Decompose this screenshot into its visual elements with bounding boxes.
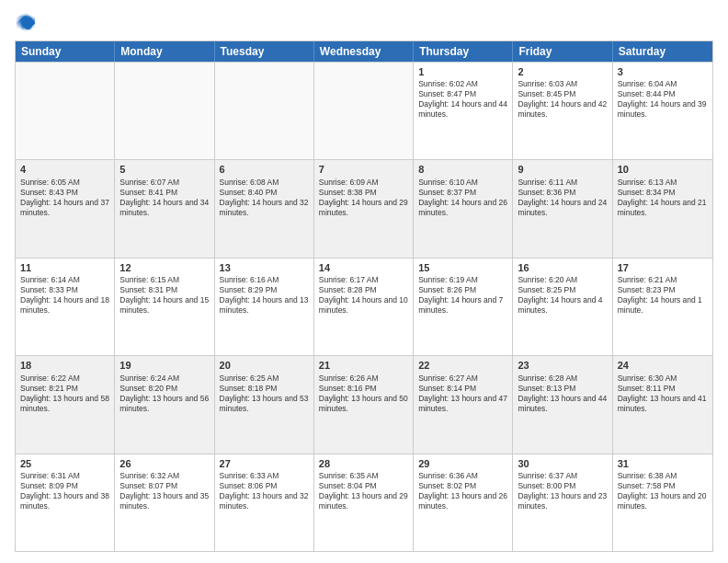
date-info: Sunrise: 6:36 AM Sunset: 8:02 PM Dayligh…	[418, 471, 507, 511]
day-header-saturday: Saturday	[613, 41, 712, 62]
calendar-body: 1Sunrise: 6:02 AM Sunset: 8:47 PM Daylig…	[16, 62, 712, 551]
date-number: 29	[418, 457, 507, 470]
date-info: Sunrise: 6:28 AM Sunset: 8:13 PM Dayligh…	[518, 373, 607, 414]
date-number: 10	[618, 163, 708, 176]
date-number: 25	[20, 457, 109, 470]
date-info: Sunrise: 6:04 AM Sunset: 8:44 PM Dayligh…	[618, 79, 708, 120]
date-number: 12	[119, 261, 209, 274]
date-info: Sunrise: 6:25 AM Sunset: 8:18 PM Dayligh…	[220, 373, 309, 414]
date-info: Sunrise: 6:22 AM Sunset: 8:21 PM Dayligh…	[20, 373, 109, 414]
header	[15, 11, 713, 33]
calendar-row-4: 25Sunrise: 6:31 AM Sunset: 8:09 PM Dayli…	[16, 454, 712, 551]
calendar-cell: 10Sunrise: 6:13 AM Sunset: 8:34 PM Dayli…	[613, 160, 712, 257]
calendar-cell: 29Sunrise: 6:36 AM Sunset: 8:02 PM Dayli…	[414, 454, 513, 551]
date-info: Sunrise: 6:37 AM Sunset: 8:00 PM Dayligh…	[518, 471, 607, 511]
logo	[15, 11, 40, 33]
date-info: Sunrise: 6:21 AM Sunset: 8:23 PM Dayligh…	[618, 275, 708, 316]
calendar-cell: 8Sunrise: 6:10 AM Sunset: 8:37 PM Daylig…	[414, 160, 513, 257]
calendar-cell: 3Sunrise: 6:04 AM Sunset: 8:44 PM Daylig…	[613, 63, 712, 159]
calendar-cell	[215, 63, 314, 159]
date-number: 23	[518, 359, 607, 372]
calendar-cell: 13Sunrise: 6:16 AM Sunset: 8:29 PM Dayli…	[215, 259, 314, 355]
calendar-row-3: 18Sunrise: 6:22 AM Sunset: 8:21 PM Dayli…	[16, 355, 712, 453]
calendar-cell: 27Sunrise: 6:33 AM Sunset: 8:06 PM Dayli…	[215, 454, 314, 551]
day-header-tuesday: Tuesday	[215, 41, 314, 62]
calendar-cell: 16Sunrise: 6:20 AM Sunset: 8:25 PM Dayli…	[513, 259, 612, 355]
date-number: 13	[220, 261, 309, 274]
date-info: Sunrise: 6:26 AM Sunset: 8:16 PM Dayligh…	[319, 373, 408, 414]
calendar-cell: 24Sunrise: 6:30 AM Sunset: 8:11 PM Dayli…	[613, 356, 712, 453]
date-info: Sunrise: 6:30 AM Sunset: 8:11 PM Dayligh…	[618, 373, 708, 414]
calendar-cell: 23Sunrise: 6:28 AM Sunset: 8:13 PM Dayli…	[513, 356, 612, 453]
date-info: Sunrise: 6:31 AM Sunset: 8:09 PM Dayligh…	[20, 471, 109, 511]
calendar-cell: 5Sunrise: 6:07 AM Sunset: 8:41 PM Daylig…	[115, 160, 214, 257]
calendar-cell: 28Sunrise: 6:35 AM Sunset: 8:04 PM Dayli…	[314, 454, 414, 551]
calendar-cell: 2Sunrise: 6:03 AM Sunset: 8:45 PM Daylig…	[513, 63, 612, 159]
date-info: Sunrise: 6:17 AM Sunset: 8:28 PM Dayligh…	[319, 275, 408, 316]
date-number: 21	[319, 359, 408, 372]
date-number: 15	[418, 261, 507, 274]
calendar-cell: 7Sunrise: 6:09 AM Sunset: 8:38 PM Daylig…	[314, 160, 414, 257]
date-info: Sunrise: 6:24 AM Sunset: 8:20 PM Dayligh…	[119, 373, 209, 414]
calendar-row-1: 4Sunrise: 6:05 AM Sunset: 8:43 PM Daylig…	[16, 159, 712, 257]
calendar-cell: 12Sunrise: 6:15 AM Sunset: 8:31 PM Dayli…	[115, 259, 214, 355]
calendar-cell: 20Sunrise: 6:25 AM Sunset: 8:18 PM Dayli…	[215, 356, 314, 453]
date-info: Sunrise: 6:32 AM Sunset: 8:07 PM Dayligh…	[119, 471, 209, 511]
calendar-row-2: 11Sunrise: 6:14 AM Sunset: 8:33 PM Dayli…	[16, 258, 712, 355]
date-number: 17	[618, 261, 708, 274]
date-number: 3	[618, 65, 708, 78]
date-info: Sunrise: 6:07 AM Sunset: 8:41 PM Dayligh…	[119, 178, 209, 218]
date-info: Sunrise: 6:27 AM Sunset: 8:14 PM Dayligh…	[418, 373, 507, 414]
day-header-sunday: Sunday	[16, 41, 115, 62]
page: SundayMondayTuesdayWednesdayThursdayFrid…	[0, 0, 728, 563]
date-number: 16	[518, 261, 607, 274]
date-info: Sunrise: 6:09 AM Sunset: 8:38 PM Dayligh…	[319, 178, 408, 218]
date-number: 30	[518, 457, 607, 470]
calendar-cell: 18Sunrise: 6:22 AM Sunset: 8:21 PM Dayli…	[16, 356, 115, 453]
day-header-friday: Friday	[513, 41, 612, 62]
calendar-cell: 11Sunrise: 6:14 AM Sunset: 8:33 PM Dayli…	[16, 259, 115, 355]
date-number: 2	[518, 65, 607, 78]
date-info: Sunrise: 6:16 AM Sunset: 8:29 PM Dayligh…	[220, 275, 309, 316]
date-info: Sunrise: 6:08 AM Sunset: 8:40 PM Dayligh…	[220, 178, 309, 218]
calendar-cell: 4Sunrise: 6:05 AM Sunset: 8:43 PM Daylig…	[16, 160, 115, 257]
date-info: Sunrise: 6:14 AM Sunset: 8:33 PM Dayligh…	[20, 275, 109, 316]
calendar-header: SundayMondayTuesdayWednesdayThursdayFrid…	[16, 41, 712, 62]
date-info: Sunrise: 6:20 AM Sunset: 8:25 PM Dayligh…	[518, 275, 607, 316]
calendar-cell: 21Sunrise: 6:26 AM Sunset: 8:16 PM Dayli…	[314, 356, 414, 453]
date-info: Sunrise: 6:03 AM Sunset: 8:45 PM Dayligh…	[518, 79, 607, 120]
date-number: 5	[119, 163, 209, 176]
calendar-cell: 6Sunrise: 6:08 AM Sunset: 8:40 PM Daylig…	[215, 160, 314, 257]
day-header-thursday: Thursday	[414, 41, 513, 62]
calendar-cell: 26Sunrise: 6:32 AM Sunset: 8:07 PM Dayli…	[115, 454, 214, 551]
calendar-row-0: 1Sunrise: 6:02 AM Sunset: 8:47 PM Daylig…	[16, 62, 712, 159]
date-info: Sunrise: 6:33 AM Sunset: 8:06 PM Dayligh…	[220, 471, 309, 511]
date-number: 4	[20, 163, 109, 176]
date-number: 31	[618, 457, 708, 470]
calendar: SundayMondayTuesdayWednesdayThursdayFrid…	[15, 40, 713, 552]
date-number: 9	[518, 163, 607, 176]
date-number: 7	[319, 163, 408, 176]
date-number: 1	[418, 65, 507, 78]
calendar-cell: 15Sunrise: 6:19 AM Sunset: 8:26 PM Dayli…	[414, 259, 513, 355]
date-info: Sunrise: 6:19 AM Sunset: 8:26 PM Dayligh…	[418, 275, 507, 316]
calendar-cell: 14Sunrise: 6:17 AM Sunset: 8:28 PM Dayli…	[314, 259, 414, 355]
date-number: 8	[418, 163, 507, 176]
date-info: Sunrise: 6:02 AM Sunset: 8:47 PM Dayligh…	[418, 79, 507, 120]
date-number: 6	[220, 163, 309, 176]
calendar-cell: 22Sunrise: 6:27 AM Sunset: 8:14 PM Dayli…	[414, 356, 513, 453]
date-info: Sunrise: 6:38 AM Sunset: 7:58 PM Dayligh…	[618, 471, 708, 511]
date-info: Sunrise: 6:05 AM Sunset: 8:43 PM Dayligh…	[20, 178, 109, 218]
date-info: Sunrise: 6:35 AM Sunset: 8:04 PM Dayligh…	[319, 471, 408, 511]
date-info: Sunrise: 6:15 AM Sunset: 8:31 PM Dayligh…	[119, 275, 209, 316]
date-number: 11	[20, 261, 109, 274]
date-number: 14	[319, 261, 408, 274]
day-header-wednesday: Wednesday	[314, 41, 414, 62]
calendar-cell: 17Sunrise: 6:21 AM Sunset: 8:23 PM Dayli…	[613, 259, 712, 355]
calendar-cell	[16, 63, 115, 159]
date-number: 26	[119, 457, 209, 470]
date-info: Sunrise: 6:11 AM Sunset: 8:36 PM Dayligh…	[518, 178, 607, 218]
date-number: 24	[618, 359, 708, 372]
date-number: 20	[220, 359, 309, 372]
calendar-cell: 25Sunrise: 6:31 AM Sunset: 8:09 PM Dayli…	[16, 454, 115, 551]
